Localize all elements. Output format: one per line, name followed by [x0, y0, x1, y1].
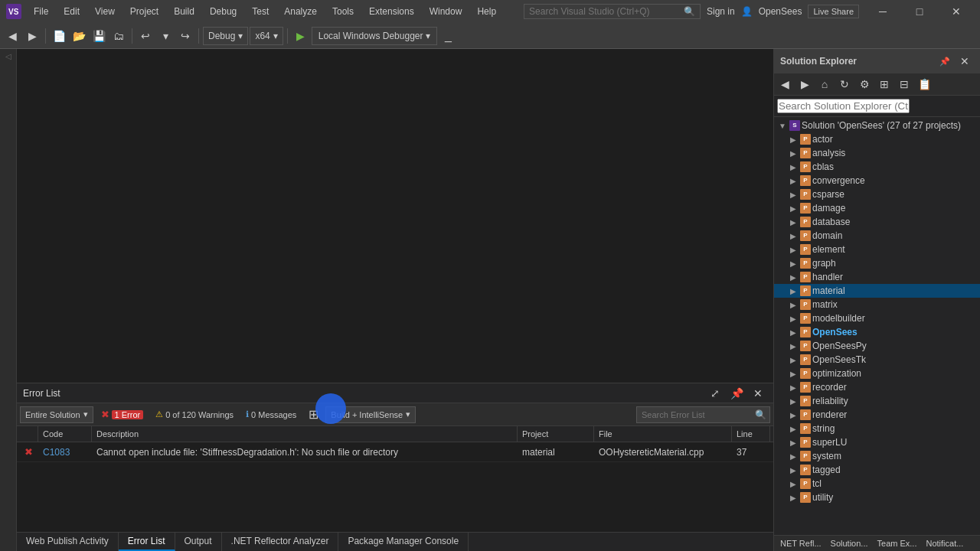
- live-share-label[interactable]: Live Share: [808, 5, 859, 18]
- se-item-damage[interactable]: ▶ P damage: [774, 201, 980, 215]
- error-search-input[interactable]: [637, 409, 752, 421]
- platform-dropdown[interactable]: x64 ▾: [250, 27, 283, 45]
- se-tab-team-ex[interactable]: Team Ex...: [877, 539, 917, 548]
- panel-pin-button[interactable]: 📌: [727, 384, 746, 403]
- se-tab-net-refl[interactable]: NET Refl...: [780, 539, 822, 548]
- error-search-box[interactable]: 🔍: [636, 406, 770, 423]
- se-properties-btn[interactable]: 📋: [915, 75, 933, 93]
- panel-close-button[interactable]: ✕: [749, 384, 767, 403]
- se-item-openseesTk[interactable]: ▶ P OpenSeesTk: [774, 353, 980, 367]
- se-filter-btn[interactable]: ⊞: [875, 75, 893, 93]
- se-item-superlu[interactable]: ▶ P superLU: [774, 435, 980, 449]
- underscore-btn[interactable]: _: [439, 27, 457, 45]
- se-item-analysis[interactable]: ▶ P analysis: [774, 146, 980, 160]
- menu-analyze[interactable]: Analyze: [278, 3, 323, 20]
- menu-project[interactable]: Project: [124, 3, 165, 20]
- se-item-reliability[interactable]: ▶ P reliability: [774, 394, 980, 408]
- se-item-material[interactable]: ▶ P material: [774, 284, 980, 298]
- save-button[interactable]: 💾: [90, 27, 108, 45]
- se-search-area[interactable]: [774, 96, 980, 117]
- config-dropdown[interactable]: Debug ▾: [203, 27, 248, 45]
- panel-float-button[interactable]: ⤢: [706, 384, 724, 403]
- se-item-handler[interactable]: ▶ P handler: [774, 270, 980, 284]
- new-file-button[interactable]: 📄: [50, 27, 68, 45]
- se-label-system: system: [812, 451, 977, 461]
- se-close-button[interactable]: ✕: [956, 52, 974, 70]
- se-item-system[interactable]: ▶ P system: [774, 449, 980, 463]
- run-dropdown[interactable]: Local Windows Debugger ▾: [312, 27, 438, 45]
- se-bottom-tabs: NET Refl... Solution... Team Ex... Notif…: [774, 535, 980, 551]
- se-item-csparse[interactable]: ▶ P csparse: [774, 187, 980, 201]
- se-item-optimization[interactable]: ▶ P optimization: [774, 367, 980, 380]
- se-item-database[interactable]: ▶ P database: [774, 215, 980, 229]
- tab-package-manager[interactable]: Package Manager Console: [338, 533, 469, 551]
- undo-dropdown[interactable]: ▾: [156, 27, 175, 45]
- open-button[interactable]: 📂: [70, 27, 88, 45]
- se-item-openseespy[interactable]: ▶ P OpenSeesPy: [774, 339, 980, 353]
- se-item-element[interactable]: ▶ P element: [774, 243, 980, 256]
- message-badge[interactable]: ℹ 0 Messages: [241, 406, 301, 423]
- se-collapse-btn[interactable]: ⊟: [895, 75, 913, 93]
- se-item-tagged[interactable]: ▶ P tagged: [774, 463, 980, 477]
- warning-badge[interactable]: ⚠ 0 of 120 Warnings: [151, 406, 238, 423]
- maximize-button[interactable]: □: [902, 0, 937, 23]
- run-button[interactable]: ▶: [292, 27, 310, 45]
- se-item-string[interactable]: ▶ P string: [774, 422, 980, 435]
- global-search-input[interactable]: [529, 6, 681, 17]
- editor-area[interactable]: [17, 49, 773, 383]
- se-tab-notif[interactable]: Notificat...: [926, 539, 963, 548]
- se-item-actor[interactable]: ▶ P actor: [774, 132, 980, 146]
- sign-in-label[interactable]: Sign in: [707, 6, 735, 17]
- se-search-input[interactable]: [777, 99, 910, 113]
- forward-button[interactable]: ▶: [23, 27, 41, 45]
- menu-tools[interactable]: Tools: [326, 3, 360, 20]
- back-button[interactable]: ◀: [3, 27, 21, 45]
- se-item-recorder[interactable]: ▶ P recorder: [774, 380, 980, 394]
- save-all-button[interactable]: 🗂: [109, 27, 128, 45]
- tab-error-list[interactable]: Error List: [119, 533, 175, 551]
- menu-window[interactable]: Window: [423, 3, 469, 20]
- redo-button[interactable]: ↪: [176, 27, 194, 45]
- se-settings-btn[interactable]: ⚙: [855, 75, 874, 93]
- menu-file[interactable]: File: [28, 3, 54, 20]
- se-item-matrix[interactable]: ▶ P matrix: [774, 298, 980, 311]
- se-tab-solution[interactable]: Solution...: [831, 539, 868, 548]
- menu-build[interactable]: Build: [168, 3, 201, 20]
- se-item-opensees[interactable]: ▶ P OpenSees: [774, 325, 980, 339]
- se-item-convergence[interactable]: ▶ P convergence: [774, 174, 980, 187]
- menu-help[interactable]: Help: [471, 3, 502, 20]
- se-solution-root[interactable]: ▼ S Solution 'OpenSees' (27 of 27 projec…: [774, 119, 980, 132]
- undo-button[interactable]: ↩: [136, 27, 155, 45]
- se-forward-btn[interactable]: ▶: [795, 75, 814, 93]
- se-item-modelbuilder[interactable]: ▶ P modelbuilder: [774, 311, 980, 325]
- tab-output[interactable]: Output: [175, 533, 222, 551]
- menu-debug[interactable]: Debug: [204, 3, 243, 20]
- se-item-cblas[interactable]: ▶ P cblas: [774, 160, 980, 174]
- se-item-tcl[interactable]: ▶ P tcl: [774, 477, 980, 491]
- close-button[interactable]: ✕: [939, 0, 974, 23]
- global-search-box[interactable]: 🔍: [524, 4, 701, 19]
- menu-test[interactable]: Test: [246, 3, 275, 20]
- menu-extensions[interactable]: Extensions: [363, 3, 420, 20]
- se-back-btn[interactable]: ◀: [776, 75, 794, 93]
- se-item-domain[interactable]: ▶ P domain: [774, 229, 980, 243]
- menu-edit[interactable]: Edit: [57, 3, 86, 20]
- se-item-graph[interactable]: ▶ P graph: [774, 256, 980, 270]
- build-filter-dropdown[interactable]: Build + IntelliSense ▾: [325, 406, 416, 423]
- se-item-renderer[interactable]: ▶ P renderer: [774, 408, 980, 422]
- error-badge[interactable]: ✖ 1 Error: [96, 406, 149, 423]
- filter-toggle-button[interactable]: ⊞: [304, 406, 322, 424]
- table-row[interactable]: ✖ C1083 Cannot open include file: 'Stiff…: [17, 442, 773, 462]
- menu-view[interactable]: View: [89, 3, 121, 20]
- tab-net-reflector[interactable]: .NET Reflector Analyzer: [222, 533, 339, 551]
- se-pin-button[interactable]: 📌: [936, 52, 954, 70]
- se-home-btn[interactable]: ⌂: [815, 75, 834, 93]
- se-refresh-btn[interactable]: ↻: [835, 75, 854, 93]
- row-line: 37: [732, 445, 770, 460]
- tab-web-publish[interactable]: Web Publish Activity: [17, 533, 119, 551]
- bottom-panel: Error List ⤢ 📌 ✕ Entire Solution ▾ ✖: [17, 383, 773, 551]
- row-code[interactable]: C1083: [38, 445, 92, 460]
- se-item-utility[interactable]: ▶ P utility: [774, 491, 980, 504]
- filter-dropdown[interactable]: Entire Solution ▾: [20, 406, 93, 423]
- minimize-button[interactable]: ─: [865, 0, 900, 23]
